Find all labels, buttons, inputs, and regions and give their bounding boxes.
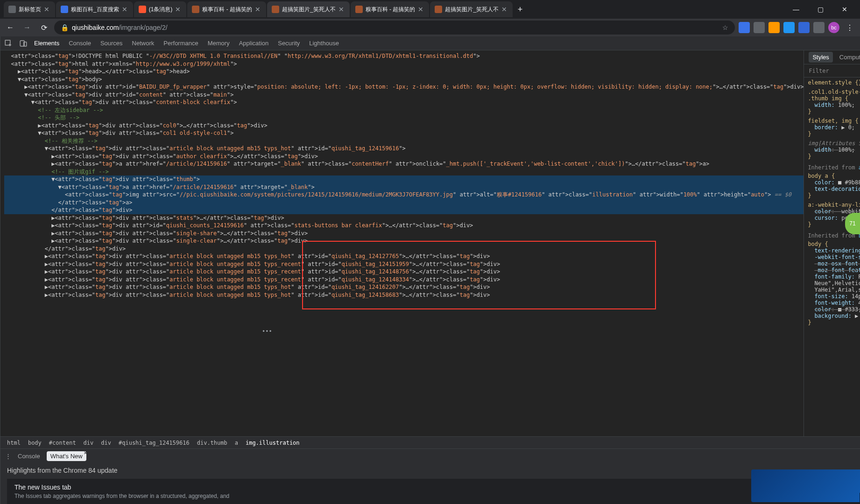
kebab-menu-icon[interactable]: ⋮ <box>843 21 856 34</box>
inspect-icon[interactable] <box>4 39 13 48</box>
dom-line[interactable]: <!-- 左边sidebar --> <box>4 106 804 114</box>
address-field[interactable]: 🔒 qiushibaike.com/imgrank/page/2/ ☆ <box>54 21 735 35</box>
styles-tabs: Styles Computed Event Listeners » <box>804 50 860 64</box>
dom-line[interactable]: ▼<attr">class="tag">div attr">class="col… <box>4 129 804 137</box>
dom-line[interactable]: ▶<attr">class="tag">div attr">class="col… <box>4 122 804 130</box>
tab-close-icon[interactable]: ✕ <box>338 6 345 13</box>
dom-line[interactable]: <!-- 头部 --> <box>4 114 804 122</box>
crumb[interactable]: a <box>235 440 238 446</box>
crumb[interactable]: #content <box>49 440 76 446</box>
floating-action-badge[interactable]: 71 <box>845 213 860 234</box>
drawer-tab-console[interactable]: Console <box>18 453 40 460</box>
tab-close-icon[interactable]: ✕ <box>44 6 50 13</box>
browser-tab[interactable]: 超搞笑图片_笑死人不✕ <box>267 1 350 17</box>
window-maximize-icon[interactable]: ▢ <box>812 6 828 13</box>
devtools-tab[interactable]: Lighthouse <box>309 40 339 47</box>
browser-tab[interactable]: 超搞笑图片_笑死人不✕ <box>430 1 513 17</box>
crumb[interactable]: div.thumb <box>197 440 227 446</box>
devtools-tab[interactable]: Network <box>132 40 155 47</box>
tab-close-icon[interactable]: ✕ <box>122 6 128 13</box>
devtools-tab[interactable]: Elements <box>34 40 59 47</box>
window-close-icon[interactable]: ✕ <box>837 6 853 13</box>
dom-line[interactable]: <!-- 相关推荐 --> <box>4 137 804 145</box>
dom-breadcrumbs[interactable]: htmlbody#contentdivdiv#qiushi_tag_124159… <box>0 436 860 448</box>
dom-line[interactable]: </attr">class="tag">div> <box>4 206 804 214</box>
dom-line[interactable]: </attr">class="tag">a> <box>4 199 804 207</box>
dom-line[interactable]: ▶<attr">class="tag">a attr">href="/artic… <box>4 160 804 168</box>
dom-line[interactable]: ▼<attr">class="tag">div attr">id="conten… <box>4 91 804 99</box>
dom-line[interactable]: ▶<attr">class="tag">div attr">class="art… <box>4 283 804 291</box>
extension-icon[interactable] <box>813 22 825 33</box>
dom-line[interactable]: ▶<attr">class="tag">div attr">class="sin… <box>4 237 804 245</box>
devtools-tab[interactable]: Performance <box>163 40 198 47</box>
browser-tab[interactable]: 糗事百科 - 超搞笑的✕ <box>187 1 266 17</box>
extension-icon[interactable] <box>798 22 810 33</box>
extension-icon[interactable] <box>739 22 750 33</box>
dom-line[interactable]: ▶<attr">class="tag">div attr">class="sin… <box>4 230 804 238</box>
dom-line[interactable]: ▼<attr">class="tag">div attr">class="con… <box>4 98 804 106</box>
device-toggle-icon[interactable] <box>19 39 28 48</box>
dom-line[interactable]: ▼<attr">class="tag">a attr">href="/artic… <box>4 183 804 191</box>
browser-tab[interactable]: 新标签页✕ <box>4 1 55 17</box>
nav-reload-icon[interactable]: ⟳ <box>37 21 50 34</box>
nav-back-icon[interactable]: ← <box>4 21 17 34</box>
css-rule[interactable]: app.min.css…13a1abbc7:1.col1.old-style-c… <box>808 89 860 115</box>
extension-icon[interactable] <box>768 22 780 33</box>
dom-line[interactable]: ▶<attr">class="tag">div attr">class="art… <box>4 260 804 268</box>
browser-tab[interactable]: 糗图百科_百度搜索✕ <box>56 1 133 17</box>
dom-line[interactable]: ▶<attr">class="tag">div attr">id="BAIDU_… <box>4 83 804 91</box>
dom-line[interactable]: ▶<attr">class="tag">head>…</attr">class=… <box>4 68 804 76</box>
tab-close-icon[interactable]: ✕ <box>175 6 182 13</box>
browser-tab[interactable]: (1条消息)✕ <box>134 1 187 17</box>
style-rules[interactable]: element.style {}app.min.css…13a1abbc7:1.… <box>804 77 860 436</box>
dom-line[interactable]: ▶<attr">class="tag">div attr">class="art… <box>4 252 804 260</box>
devtools-tab[interactable]: Sources <box>100 40 123 47</box>
css-rule[interactable]: app.min.css…13a1abbc7:1body {text-render… <box>808 241 860 326</box>
crumb[interactable]: img.illustration <box>246 440 300 446</box>
new-tab-button[interactable]: + <box>514 3 527 16</box>
bookmark-star-icon[interactable]: ☆ <box>722 24 728 31</box>
tab-close-icon[interactable]: ✕ <box>501 6 508 13</box>
extension-icon[interactable] <box>754 22 765 33</box>
drawer-tab-whatsnew[interactable]: What's New✕ <box>47 451 86 461</box>
tab-computed[interactable]: Computed <box>839 54 860 61</box>
crumb[interactable]: div <box>84 440 94 446</box>
devtools-tab[interactable]: Memory <box>208 40 230 47</box>
elements-dom-tree[interactable]: ••• <attr">class="tag">!DOCTYPE html PUB… <box>0 50 804 436</box>
tab-close-icon[interactable]: ✕ <box>418 6 424 13</box>
dom-line[interactable]: ▶<attr">class="tag">div attr">class="art… <box>4 291 804 299</box>
dom-line[interactable]: ▶<attr">class="tag">div attr">class="art… <box>4 276 804 284</box>
dom-line[interactable]: ▶<attr">class="tag">div attr">class="art… <box>4 268 804 276</box>
devtools-tab[interactable]: Security <box>278 40 300 47</box>
dom-line[interactable]: ▶<attr">class="tag">div attr">class="sta… <box>4 214 804 222</box>
dom-line[interactable]: </attr">class="tag">div> <box>4 245 804 253</box>
dom-line[interactable]: <attr">class="tag">html attr">xmlns="htt… <box>4 60 804 68</box>
crumb[interactable]: html <box>7 440 21 446</box>
dom-line[interactable]: ▼<attr">class="tag">div attr">class="thu… <box>4 175 804 183</box>
extension-icon[interactable] <box>783 22 795 33</box>
browser-tab[interactable]: 糗事百科 - 超搞笑的✕ <box>351 1 430 17</box>
profile-avatar[interactable]: bc <box>828 22 839 33</box>
dom-line[interactable]: ▶<attr">class="tag">div attr">id="qiushi… <box>4 222 804 230</box>
dom-line[interactable]: <attr">class="tag">!DOCTYPE html PUBLIC … <box>4 52 804 60</box>
dom-line[interactable]: ▶<attr">class="tag">div attr">class="aut… <box>4 153 804 161</box>
dom-line[interactable]: ▼<attr">class="tag">body> <box>4 76 804 84</box>
crumb[interactable]: div <box>101 440 111 446</box>
tab-styles[interactable]: Styles <box>809 52 832 63</box>
devtools-tab[interactable]: Application <box>239 40 269 47</box>
css-rule[interactable]: app.min.css…13a1abbc7:1fieldset, img {bo… <box>808 118 860 137</box>
css-rule[interactable]: img[Attributes Style] {width: 100%;} <box>808 140 860 160</box>
css-rule[interactable]: app.min.css…13a1abbc7:1body a {color: ■ … <box>808 173 860 199</box>
dom-line[interactable]: <!-- 图片或gif --> <box>4 168 804 176</box>
dom-line[interactable]: <attr">class="tag">img attr">src="//pic.… <box>4 191 804 199</box>
css-rule[interactable]: element.style {} <box>808 79 860 86</box>
drawer-menu-icon[interactable]: ⋮ <box>5 453 11 460</box>
devtools-tab[interactable]: Console <box>69 40 91 47</box>
crumb[interactable]: #qiushi_tag_124159616 <box>119 440 190 446</box>
window-minimize-icon[interactable]: — <box>788 6 804 13</box>
dom-line[interactable]: ▼<attr">class="tag">div attr">class="art… <box>4 145 804 153</box>
tab-close-icon[interactable]: ✕ <box>255 6 261 13</box>
nav-forward-icon[interactable]: → <box>21 21 34 34</box>
filter-input[interactable]: Filter <box>809 68 829 74</box>
crumb[interactable]: body <box>28 440 42 446</box>
